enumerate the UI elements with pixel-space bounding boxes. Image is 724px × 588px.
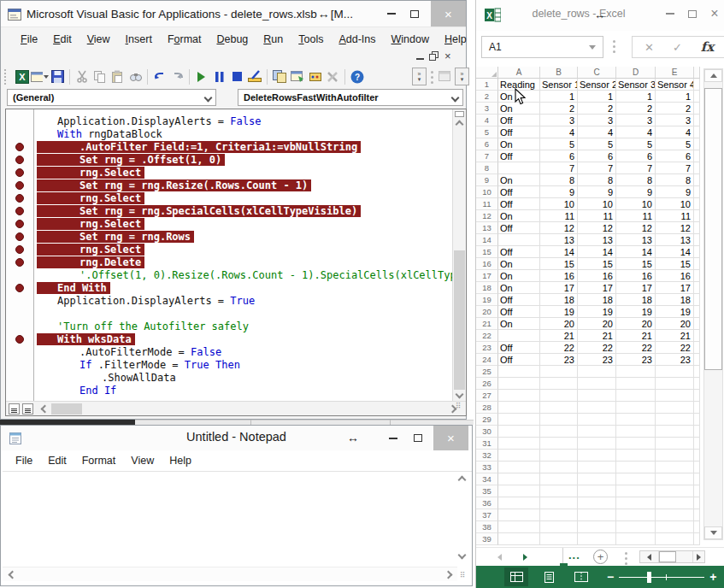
cell-A7[interactable]: Off [498, 150, 540, 162]
row-header-23[interactable]: 23 [476, 342, 498, 354]
cell-C6[interactable]: 5 [578, 138, 616, 150]
menu-help[interactable]: Help [437, 33, 474, 45]
cell-A6[interactable]: On [498, 138, 540, 150]
cell-B31[interactable] [540, 438, 578, 450]
cell-E1[interactable]: Sensor 4 [656, 79, 694, 91]
cell-A27[interactable] [498, 390, 540, 402]
cell-C27[interactable] [578, 390, 616, 402]
row-header-9[interactable]: 9 [476, 174, 498, 186]
code-line-7[interactable]: rng.Select [37, 192, 454, 205]
cell-B15[interactable]: 14 [540, 246, 578, 258]
tab-bar-scrollbar[interactable] [639, 550, 705, 563]
cell-E21[interactable]: 20 [656, 318, 694, 330]
cell-E33[interactable] [656, 462, 694, 473]
cell-C17[interactable]: 16 [578, 270, 616, 282]
toolbar-options-chevron[interactable]: »▾ [412, 68, 427, 85]
cell-D6[interactable]: 5 [616, 138, 656, 150]
cell-D38[interactable] [616, 521, 656, 533]
cell-B25[interactable] [540, 366, 578, 378]
excel-title-bar[interactable]: X delete_rows - Excel ↔ × [476, 0, 724, 31]
code-line-4[interactable]: Set rng = .Offset(1, 0) [37, 154, 454, 167]
cell-A33[interactable] [498, 462, 540, 473]
cell-C31[interactable] [578, 438, 616, 450]
cell-E29[interactable] [656, 414, 694, 426]
cell-C7[interactable]: 6 [578, 150, 616, 162]
row-header-36[interactable]: 36 [476, 497, 498, 509]
cell-A22[interactable] [498, 330, 540, 342]
select-all-corner[interactable] [476, 67, 498, 79]
cell-E5[interactable]: 4 [656, 126, 694, 138]
cell-D4[interactable]: 3 [616, 115, 656, 126]
row-header-31[interactable]: 31 [476, 438, 498, 450]
scrollbar-thumb[interactable] [51, 403, 82, 415]
cell-A4[interactable]: Off [498, 115, 540, 126]
cell-D36[interactable] [616, 497, 656, 509]
cell-B6[interactable]: 5 [540, 138, 578, 150]
cell-B5[interactable]: 4 [540, 126, 578, 138]
row-header-30[interactable]: 30 [476, 426, 498, 438]
cell-B16[interactable]: 15 [540, 258, 578, 270]
insert-function-icon[interactable]: fx [701, 39, 714, 55]
cell-E9[interactable]: 8 [656, 174, 694, 186]
cell-C14[interactable]: 13 [578, 234, 616, 246]
run-icon[interactable] [192, 68, 210, 85]
cell-A5[interactable]: Off [498, 126, 540, 138]
row-header-13[interactable]: 13 [476, 222, 498, 234]
cell-C4[interactable]: 3 [578, 115, 616, 126]
cell-B10[interactable]: 9 [540, 186, 578, 198]
cell-D18[interactable]: 17 [616, 282, 656, 294]
cell-D15[interactable]: 14 [616, 246, 656, 258]
notepad-menu-help[interactable]: Help [162, 455, 199, 467]
cell-E24[interactable]: 23 [656, 354, 694, 366]
cell-B30[interactable] [540, 426, 578, 438]
help-icon[interactable]: ? [348, 68, 366, 85]
cell-A37[interactable] [498, 509, 540, 521]
col-header-D[interactable]: D [616, 67, 656, 79]
cell-D17[interactable]: 16 [616, 270, 656, 282]
cell-C24[interactable]: 23 [578, 354, 616, 366]
cell-D32[interactable] [616, 450, 656, 462]
cell-B7[interactable]: 6 [540, 150, 578, 162]
cell-C11[interactable]: 10 [578, 198, 616, 210]
cell-E25[interactable] [656, 366, 694, 378]
view-excel-icon[interactable]: X [13, 68, 31, 85]
cell-C15[interactable]: 14 [578, 246, 616, 258]
code-text[interactable]: Application.DisplayAlerts = FalseWith rn… [37, 115, 454, 402]
cell-E23[interactable]: 22 [656, 342, 694, 354]
cell-E38[interactable] [656, 521, 694, 533]
cell-A15[interactable]: Off [498, 246, 540, 258]
breakpoint-dot[interactable] [15, 284, 24, 292]
cell-E32[interactable] [656, 450, 694, 462]
cell-C39[interactable] [578, 533, 616, 545]
code-line-3[interactable]: .AutoFilter Field:=1, Criteria1:=vbNullS… [37, 141, 454, 154]
name-box[interactable]: A1 [481, 36, 603, 58]
cell-A34[interactable] [498, 473, 540, 485]
row-header-4[interactable]: 4 [476, 115, 498, 126]
cell-A24[interactable]: Off [498, 354, 540, 366]
row-header-6[interactable]: 6 [476, 138, 498, 150]
cell-C23[interactable]: 22 [578, 342, 616, 354]
cell-C38[interactable] [578, 521, 616, 533]
cell-B23[interactable]: 22 [540, 342, 578, 354]
cell-C36[interactable] [578, 497, 616, 509]
chevron-down-icon[interactable] [589, 45, 596, 50]
breakpoint-dot[interactable] [15, 232, 24, 241]
page-break-preview-button[interactable] [569, 567, 593, 586]
scroll-left-icon[interactable] [9, 571, 17, 579]
cell-D37[interactable] [616, 509, 656, 521]
procedure-dropdown[interactable]: DeleteRowsFastWithAutofilter [238, 89, 463, 106]
cell-D34[interactable] [616, 473, 656, 485]
cell-B35[interactable] [540, 485, 578, 497]
cell-C20[interactable]: 19 [578, 306, 616, 318]
code-line-2[interactable]: With rngDataBlock [37, 128, 454, 141]
cell-E17[interactable]: 16 [656, 270, 694, 282]
cell-E30[interactable] [656, 426, 694, 438]
cell-B12[interactable]: 11 [540, 210, 578, 222]
procedure-view-button[interactable] [9, 403, 20, 415]
mdi-restore-button[interactable] [429, 51, 439, 62]
cell-C35[interactable] [578, 485, 616, 497]
breakpoint-margin[interactable] [6, 109, 34, 401]
cell-B20[interactable]: 19 [540, 306, 578, 318]
scroll-down-button[interactable] [704, 526, 722, 539]
zoom-slider[interactable] [619, 577, 704, 578]
